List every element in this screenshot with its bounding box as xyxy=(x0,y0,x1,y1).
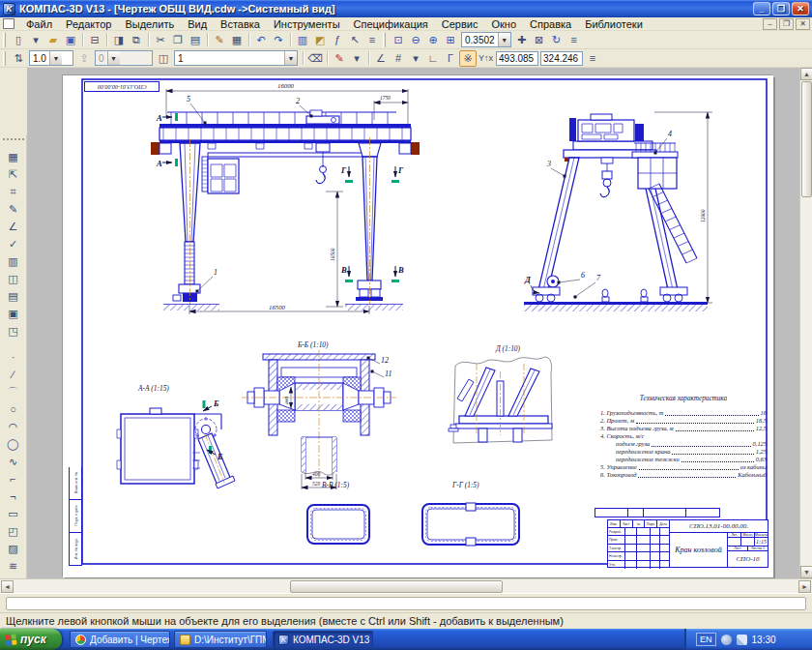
panel-dimensions[interactable]: ⇱ xyxy=(3,165,24,183)
tray-status-icon[interactable] xyxy=(721,635,732,645)
ortho-button[interactable]: Г xyxy=(442,50,459,67)
tool-fillet[interactable]: ⌐ xyxy=(3,470,24,488)
grid-button[interactable]: # xyxy=(390,50,407,67)
panel-specification[interactable]: ◫ xyxy=(3,270,24,287)
properties-button[interactable]: ▦ xyxy=(228,32,246,48)
tool-arc[interactable]: ◠ xyxy=(3,418,24,435)
toolbar-options-button[interactable]: ≡ xyxy=(584,50,601,67)
chevron-down-icon[interactable]: ▼ xyxy=(498,33,510,46)
rotate-view-button[interactable]: ⊠ xyxy=(531,32,548,48)
tool-curve[interactable]: ∿ xyxy=(3,453,24,470)
menu-item[interactable]: Вставка xyxy=(214,18,267,30)
chevron-down-icon[interactable]: ▼ xyxy=(49,51,62,65)
panel-reports[interactable]: ▤ xyxy=(3,287,24,305)
menu-item[interactable]: Вид xyxy=(181,18,214,30)
eraser-button[interactable]: ⌫ xyxy=(306,50,324,67)
new-document-dropdown[interactable]: ▾ xyxy=(27,32,44,48)
redo-button[interactable]: ↷ xyxy=(270,32,287,48)
tool-contour[interactable]: ◰ xyxy=(3,522,24,540)
cut-button[interactable]: ✂ xyxy=(152,32,169,48)
minimize-button[interactable]: _ xyxy=(753,2,770,15)
vertical-scroll-thumb[interactable] xyxy=(801,81,812,197)
toolbar-handle[interactable] xyxy=(3,51,6,66)
chevron-down-icon[interactable]: ▼ xyxy=(107,51,120,65)
scroll-right-button[interactable]: ► xyxy=(798,580,811,593)
panel-geometry[interactable]: ▦ xyxy=(3,148,24,165)
horizontal-scroll-thumb[interactable] xyxy=(290,580,503,593)
section-bb[interactable]: Б-Б (1:10) xyxy=(242,340,396,489)
zoom-in-button[interactable]: ⊕ xyxy=(424,32,442,48)
taskbar-item-kompas[interactable]: K КОМПАС-3D V13 - [Ч... xyxy=(273,631,373,648)
save-button[interactable]: ▣ xyxy=(62,32,79,48)
view-d[interactable]: Д (1:10) xyxy=(449,344,552,443)
copy-properties-button[interactable]: ✎ xyxy=(211,32,228,48)
refresh-button[interactable]: ↻ xyxy=(548,32,566,48)
property-field[interactable] xyxy=(6,597,806,610)
paste-button[interactable]: ▤ xyxy=(187,32,204,48)
child-close-button[interactable]: ✕ xyxy=(796,18,810,30)
drawing-sheet[interactable]: 16000 1750 xyxy=(63,75,773,577)
tool-more[interactable]: ≋ xyxy=(3,557,24,575)
chevron-down-icon[interactable]: ▼ xyxy=(284,51,297,65)
toolbar-options-button[interactable]: ≡ xyxy=(566,32,583,48)
grid-dropdown[interactable]: ▾ xyxy=(407,50,424,67)
section-gg[interactable]: Г-Г (1:5) xyxy=(422,481,519,546)
menu-item[interactable]: Справка xyxy=(523,18,578,30)
import-button[interactable]: ⧉ xyxy=(128,32,145,48)
panel-insert[interactable]: ▣ xyxy=(3,305,24,322)
angle-snap-button[interactable]: ∠ xyxy=(372,50,390,67)
link-step-combo[interactable]: 0 ▼ xyxy=(95,50,153,66)
tool-auxiliary-line[interactable]: ∕ xyxy=(3,366,24,383)
menu-item[interactable]: Спецификация xyxy=(347,18,435,30)
drawing-canvas[interactable]: 16000 1750 xyxy=(27,68,799,578)
menu-item[interactable]: Редактор xyxy=(59,18,118,30)
network-icon[interactable] xyxy=(737,635,747,645)
coord-y-input[interactable] xyxy=(540,51,583,66)
taskbar-item-browser[interactable]: Добавить | Чертеж... xyxy=(70,631,170,648)
toolbar-handle[interactable] xyxy=(383,33,386,47)
cursor-step-icon[interactable]: ⇅ xyxy=(10,50,27,67)
section-vv[interactable]: В-В (1:5) xyxy=(307,481,369,544)
layer-combo[interactable]: 1 ▼ xyxy=(174,50,298,66)
object-help-button[interactable]: ↖ xyxy=(346,32,363,48)
tool-circle[interactable]: ○ xyxy=(3,400,24,418)
panel-grip[interactable] xyxy=(3,138,24,145)
child-minimize-button[interactable]: – xyxy=(763,18,777,30)
restore-button[interactable]: ❐ xyxy=(772,2,790,15)
line-style-dropdown[interactable]: ▾ xyxy=(348,50,365,67)
panel-selection[interactable]: ▥ xyxy=(3,252,24,270)
toolbar-handle[interactable] xyxy=(3,33,6,47)
line-style-button[interactable]: ✎ xyxy=(331,50,348,67)
front-view[interactable]: 16000 1750 xyxy=(151,82,420,314)
tool-rectangle[interactable]: ▭ xyxy=(3,505,24,522)
zoom-frame-button[interactable]: ⊡ xyxy=(390,32,407,48)
step-combo[interactable]: 1.0 ▼ xyxy=(29,50,73,66)
panel-layout[interactable]: ◳ xyxy=(3,322,24,340)
menu-item[interactable]: Окно xyxy=(484,18,523,30)
tool-hatch[interactable]: ▨ xyxy=(3,540,24,557)
child-restore-button[interactable]: ❐ xyxy=(779,18,794,30)
open-button[interactable]: ▰ xyxy=(44,32,62,48)
scroll-left-button[interactable]: ◄ xyxy=(1,580,14,593)
coord-x-input[interactable] xyxy=(496,51,538,66)
panel-parametrization[interactable]: ∠ xyxy=(3,218,24,235)
tool-chamfer[interactable]: ¬ xyxy=(3,488,24,505)
local-cs-button[interactable]: ∟ xyxy=(424,50,442,67)
scroll-up-button[interactable]: ▲ xyxy=(800,68,812,80)
fx-button[interactable]: ƒ xyxy=(329,32,346,48)
zoom-area-button[interactable]: ⊞ xyxy=(442,32,459,48)
menu-item[interactable]: Сервис xyxy=(435,18,485,30)
link-step-icon[interactable]: ⇪ xyxy=(75,50,93,67)
tool-point[interactable]: · xyxy=(3,348,24,366)
panel-editing[interactable]: ✎ xyxy=(3,200,24,218)
layer-icon[interactable]: ◫ xyxy=(155,50,172,67)
zoom-out-button[interactable]: ⊖ xyxy=(407,32,424,48)
tool-ellipse[interactable]: ◯ xyxy=(3,435,24,453)
side-view[interactable]: 12000 xyxy=(524,112,712,311)
new-document-button[interactable]: ▯ xyxy=(10,32,27,48)
language-indicator[interactable]: EN xyxy=(696,633,716,646)
horizontal-scrollbar[interactable]: ◄ ► xyxy=(0,578,812,593)
preview-button[interactable]: ◨ xyxy=(110,32,128,48)
close-button[interactable]: ✕ xyxy=(792,2,809,15)
menu-item[interactable]: Выделить xyxy=(118,18,181,30)
